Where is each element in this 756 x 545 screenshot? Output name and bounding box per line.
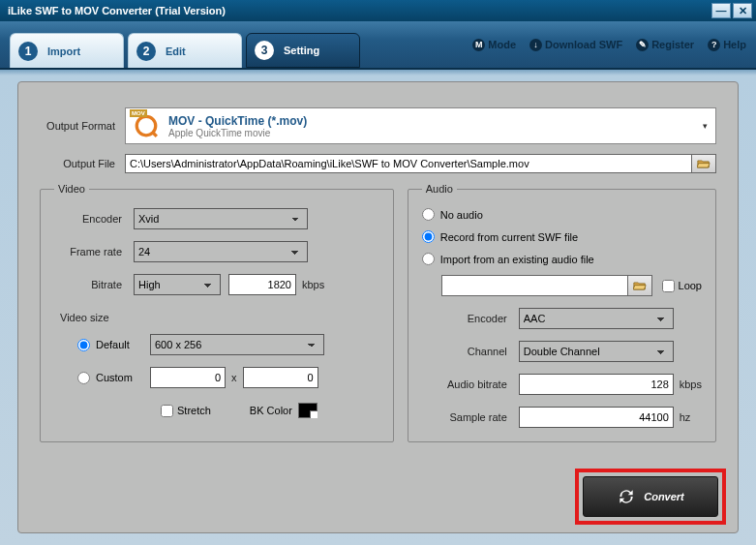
audio-legend: Audio: [422, 183, 457, 195]
step-number-1-icon: 1: [18, 42, 38, 61]
step-number-2-icon: 2: [136, 42, 156, 61]
stretch-checkbox-wrap[interactable]: Stretch: [161, 405, 211, 417]
size-default-radio[interactable]: [77, 339, 90, 351]
titlebar: iLike SWF to MOV Converter (Trial Versio…: [0, 0, 756, 21]
audio-encoder-label: Encoder: [422, 313, 519, 324]
audio-import-radio[interactable]: [422, 253, 435, 265]
custom-height-input[interactable]: [243, 367, 318, 388]
audio-file-input[interactable]: [441, 275, 628, 296]
folder-open-icon: [633, 281, 647, 291]
size-custom-label: Custom: [90, 372, 150, 383]
header-bar: 1 Import 2 Edit 3 Setting MMode ↓Downloa…: [0, 21, 756, 70]
convert-button[interactable]: Convert: [583, 476, 718, 517]
video-legend: Video: [54, 183, 89, 195]
size-default-label: Default: [90, 339, 150, 350]
audio-none-label: No audio: [440, 209, 483, 221]
loop-checkbox[interactable]: [662, 280, 675, 292]
video-encoder-select[interactable]: Xvid: [134, 208, 308, 229]
output-format-dropdown[interactable]: MOV MOV - QuickTime (*.mov) Apple QuickT…: [125, 107, 716, 144]
window-title: iLike SWF to MOV Converter (Trial Versio…: [8, 5, 710, 16]
channel-select[interactable]: Double Channel: [519, 341, 674, 362]
settings-panel: Output Format MOV MOV - QuickTime (*.mov…: [17, 81, 739, 533]
register-icon: ✎: [636, 39, 649, 51]
content-surface: Output Format MOV MOV - QuickTime (*.mov…: [0, 70, 756, 545]
audio-kbps-unit: kbps: [680, 378, 702, 390]
video-bitrate-select[interactable]: High: [134, 274, 221, 295]
tab-edit-label: Edit: [166, 45, 186, 57]
format-title: MOV - QuickTime (*.mov): [168, 114, 307, 128]
framerate-select[interactable]: 24: [134, 241, 308, 262]
convert-label: Convert: [644, 491, 684, 502]
audio-none-radio[interactable]: [422, 208, 435, 221]
size-custom-radio[interactable]: [77, 372, 90, 384]
video-size-label: Video size: [54, 312, 121, 323]
audio-encoder-select[interactable]: AAC: [519, 308, 674, 329]
hz-unit: hz: [680, 411, 691, 423]
tab-setting-label: Setting: [284, 45, 319, 56]
audio-bitrate-input[interactable]: [519, 374, 674, 395]
convert-highlight: Convert: [575, 469, 726, 525]
tab-import[interactable]: 1 Import: [10, 33, 124, 68]
bkcolor-swatch[interactable]: [298, 403, 318, 418]
video-bitrate-input[interactable]: [228, 274, 296, 295]
register-button[interactable]: ✎Register: [636, 39, 694, 51]
mode-icon: M: [472, 39, 485, 51]
step-number-3-icon: 3: [255, 41, 274, 60]
download-swf-button[interactable]: ↓Download SWF: [529, 39, 622, 51]
audio-record-label: Record from current SWF file: [440, 231, 578, 243]
bkcolor-label: BK Color: [250, 405, 292, 416]
quicktime-icon: MOV: [132, 111, 161, 140]
kbps-unit: kbps: [302, 279, 324, 290]
video-encoder-label: Encoder: [54, 213, 134, 225]
loop-checkbox-wrap[interactable]: Loop: [662, 280, 702, 292]
folder-open-icon: [697, 159, 711, 169]
close-button[interactable]: ✕: [733, 3, 752, 18]
browse-output-button[interactable]: [691, 154, 716, 173]
video-bitrate-label: Bitrate: [54, 279, 134, 290]
default-size-select[interactable]: 600 x 256: [150, 334, 324, 355]
samplerate-input[interactable]: [519, 407, 674, 428]
audio-bitrate-label: Audio bitrate: [422, 378, 519, 390]
audio-import-label: Import from an existing audio file: [440, 254, 594, 265]
help-button[interactable]: ?Help: [708, 39, 746, 51]
tab-import-label: Import: [47, 45, 80, 57]
mode-button[interactable]: MMode: [472, 39, 516, 51]
stretch-checkbox[interactable]: [161, 405, 173, 417]
output-file-label: Output File: [40, 158, 125, 169]
top-toolbar: MMode ↓Download SWF ✎Register ?Help: [472, 39, 746, 51]
audio-record-radio[interactable]: [422, 230, 435, 243]
channel-label: Channel: [422, 346, 519, 357]
size-x-separator: x: [231, 372, 237, 383]
video-group: Video Encoder Xvid Frame rate 24 Bitrate…: [40, 183, 394, 442]
output-format-label: Output Format: [40, 120, 125, 132]
tab-setting[interactable]: 3 Setting: [246, 33, 360, 68]
tab-edit[interactable]: 2 Edit: [128, 33, 242, 68]
download-icon: ↓: [529, 39, 542, 51]
step-tabs: 1 Import 2 Edit 3 Setting: [10, 21, 364, 68]
custom-width-input[interactable]: [150, 367, 226, 388]
convert-icon: [617, 487, 636, 506]
audio-group: Audio No audio Record from current SWF f…: [408, 183, 716, 442]
format-subtitle: Apple QuickTime movie: [168, 128, 307, 138]
browse-audio-button[interactable]: [627, 275, 652, 296]
help-icon: ?: [708, 39, 720, 51]
chevron-down-icon: ▾: [703, 121, 708, 131]
output-file-input[interactable]: [125, 154, 692, 173]
framerate-label: Frame rate: [54, 246, 134, 257]
minimize-button[interactable]: —: [711, 3, 731, 18]
samplerate-label: Sample rate: [422, 411, 519, 423]
